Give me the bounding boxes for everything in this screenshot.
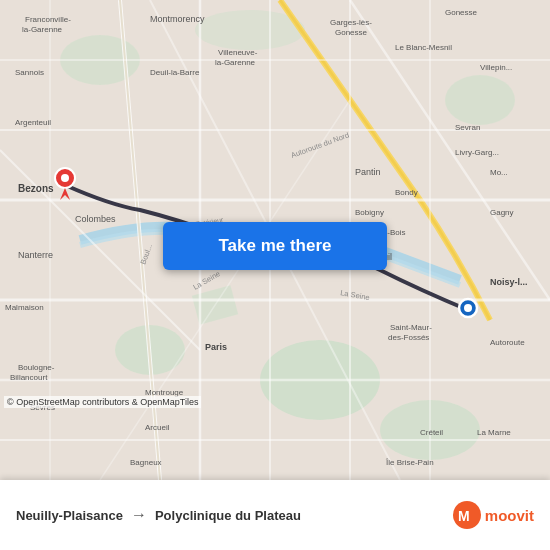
svg-text:Gonesse: Gonesse xyxy=(445,8,478,17)
svg-text:Autoroute: Autoroute xyxy=(490,338,525,347)
svg-text:des-Fossés: des-Fossés xyxy=(388,333,429,342)
svg-text:Bezons: Bezons xyxy=(18,183,54,194)
svg-text:Garges-lès-: Garges-lès- xyxy=(330,18,372,27)
svg-text:la-Garenne: la-Garenne xyxy=(22,25,63,34)
svg-text:Bondy: Bondy xyxy=(395,188,418,197)
svg-text:Paris: Paris xyxy=(205,342,227,352)
osm-credit: © OpenStreetMap contributors & OpenMapTi… xyxy=(4,396,201,408)
svg-text:Billancourt: Billancourt xyxy=(10,373,48,382)
svg-text:M: M xyxy=(458,508,470,524)
route-arrow: → xyxy=(131,506,147,524)
map-container: Bezons Colombes Nanterre Malmaison Boulo… xyxy=(0,0,550,480)
svg-text:Pantin: Pantin xyxy=(355,167,381,177)
take-me-there-button[interactable]: Take me there xyxy=(163,222,387,270)
moovit-logo: M moovit xyxy=(453,501,534,529)
svg-text:Mo...: Mo... xyxy=(490,168,508,177)
svg-text:Montmorency: Montmorency xyxy=(150,14,205,24)
svg-text:Villeneuve-: Villeneuve- xyxy=(218,48,258,57)
svg-point-73 xyxy=(464,304,472,312)
moovit-icon: M xyxy=(453,501,481,529)
svg-text:Le Blanc-Mesnil: Le Blanc-Mesnil xyxy=(395,43,452,52)
svg-text:Malmaison: Malmaison xyxy=(5,303,44,312)
svg-text:Créteil: Créteil xyxy=(420,428,443,437)
route-from: Neuilly-Plaisance xyxy=(16,508,123,523)
svg-text:La Marne: La Marne xyxy=(477,428,511,437)
svg-text:Livry-Garg...: Livry-Garg... xyxy=(455,148,499,157)
svg-point-71 xyxy=(61,174,69,182)
svg-point-7 xyxy=(445,75,515,125)
svg-text:Nanterre: Nanterre xyxy=(18,250,53,260)
svg-text:Deuil-la-Barre: Deuil-la-Barre xyxy=(150,68,200,77)
route-to: Polyclinique du Plateau xyxy=(155,508,301,523)
svg-text:Gonesse: Gonesse xyxy=(335,28,368,37)
svg-text:Colombes: Colombes xyxy=(75,214,116,224)
svg-text:Île Brise-Pain: Île Brise-Pain xyxy=(385,458,434,467)
svg-text:Villepin...: Villepin... xyxy=(480,63,512,72)
svg-text:Bagneux: Bagneux xyxy=(130,458,162,467)
bottom-bar: Neuilly-Plaisance → Polyclinique du Plat… xyxy=(0,480,550,550)
svg-text:Sannois: Sannois xyxy=(15,68,44,77)
svg-text:Noisy-l...: Noisy-l... xyxy=(490,277,528,287)
svg-text:Bobigny: Bobigny xyxy=(355,208,384,217)
svg-text:Saint-Maur-: Saint-Maur- xyxy=(390,323,432,332)
svg-text:Franconville-: Franconville- xyxy=(25,15,71,24)
svg-text:la-Garenne: la-Garenne xyxy=(215,58,256,67)
moovit-brand-text: moovit xyxy=(485,507,534,524)
svg-text:Arcueil: Arcueil xyxy=(145,423,170,432)
svg-text:Argenteuil: Argenteuil xyxy=(15,118,51,127)
svg-text:Boulogne-: Boulogne- xyxy=(18,363,55,372)
svg-text:Sevran: Sevran xyxy=(455,123,480,132)
svg-text:Gagny: Gagny xyxy=(490,208,514,217)
